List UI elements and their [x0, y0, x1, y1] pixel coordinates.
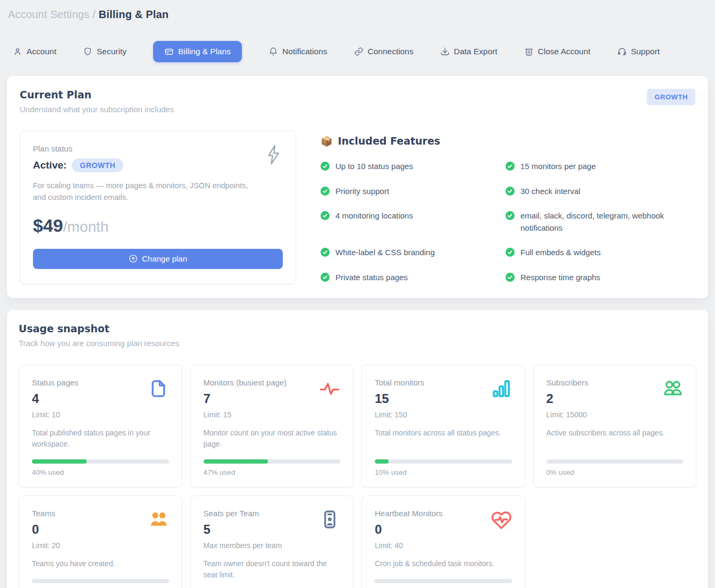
users-outline-icon: [662, 378, 683, 401]
usage-card-description: Total published status pages in your wor…: [32, 427, 169, 450]
tab-notifications[interactable]: Notifications: [268, 47, 327, 56]
usage-card-value: 2: [546, 391, 588, 406]
arrow-up-circle-icon: [129, 254, 138, 263]
included-features: 📦 Included Features Up to 10 status page…: [321, 131, 695, 283]
usage-card-description: Team owner doesn't count toward the seat…: [204, 558, 341, 581]
usage-card-description: Teams you have created.: [32, 558, 169, 569]
progress-label: 40% used: [32, 468, 169, 476]
settings-tabbar: Account Security Billing & Plans Notific…: [0, 41, 715, 62]
feature-item: 4 monitoring locations: [321, 210, 506, 234]
tab-billing-plans[interactable]: Billing & Plans: [153, 41, 242, 62]
usage-card-description: Active subscribers across all pages.: [546, 427, 684, 439]
feature-label: Up to 10 status pages: [335, 161, 413, 173]
usage-card-teams: Teams 0 Limit: 20 Teams you have created…: [19, 495, 182, 588]
feature-label: 15 monitors per page: [520, 161, 596, 173]
tab-account[interactable]: Account: [13, 47, 56, 56]
usage-card-label: Seats per Team: [204, 509, 282, 518]
usage-card-limit: Limit: 20: [32, 541, 60, 550]
usage-card-label: Heartbeat Monitors: [375, 509, 443, 518]
usage-card-total-monitors: Total monitors 15 Limit: 150 Total monit…: [361, 365, 525, 488]
link-icon: [354, 47, 364, 56]
progress-bar: [546, 459, 684, 464]
feature-item: 15 monitors per page: [506, 161, 695, 173]
plan-state: Active:: [33, 159, 66, 171]
usage-card-limit: Limit: 10: [32, 410, 79, 419]
usage-card-value: 0: [375, 522, 443, 537]
usage-card-value: 7: [204, 391, 287, 406]
usage-card-status-pages: Status pages 4 Limit: 10 Total published…: [19, 365, 182, 488]
check-circle-icon: [321, 248, 330, 257]
users-filled-icon: [148, 509, 169, 532]
trash-icon: [524, 47, 534, 56]
change-plan-button[interactable]: Change plan: [33, 249, 283, 269]
feature-label: Response time graphs: [520, 272, 600, 284]
tab-label: Account: [27, 47, 56, 56]
tab-security[interactable]: Security: [83, 47, 127, 56]
feature-item: Priority support: [321, 186, 506, 198]
plan-price: $49: [33, 215, 63, 236]
feature-label: email, slack, discord, telegram, webhook…: [520, 210, 679, 234]
usage-card-limit: Limit: 40: [375, 541, 443, 550]
lightning-icon: [264, 144, 283, 167]
credit-card-icon: [164, 47, 174, 56]
file-icon: [148, 378, 169, 401]
tab-label: Billing & Plans: [178, 47, 231, 56]
progress-label: 0% used: [546, 468, 684, 476]
feature-item: Up to 10 status pages: [321, 161, 506, 173]
headset-icon: [617, 47, 627, 56]
check-circle-icon: [506, 187, 515, 196]
current-plan-panel: Current Plan Understand what your subscr…: [7, 76, 708, 298]
pulse-icon: [319, 378, 340, 401]
id-badge-icon: [319, 509, 340, 532]
check-circle-icon: [506, 162, 515, 171]
page-title: Billing & Plan: [99, 9, 169, 20]
usage-card-limit: Limit: 15000: [546, 410, 588, 419]
usage-card-seats-per-team: Seats per Team 5 Max members per team Te…: [190, 495, 354, 588]
bell-icon: [268, 47, 278, 56]
check-circle-icon: [506, 273, 515, 282]
bar-chart-icon: [491, 378, 512, 401]
current-plan-subtitle: Understand what your subscription includ…: [20, 105, 174, 114]
progress-bar: [375, 459, 512, 464]
tab-connections[interactable]: Connections: [354, 47, 414, 56]
feature-label: Full embeds & widgets: [520, 247, 601, 259]
shield-icon: [83, 47, 92, 56]
feature-label: White-label & CSS branding: [335, 247, 435, 259]
feature-item: White-label & CSS branding: [321, 247, 506, 259]
current-plan-title: Current Plan: [20, 89, 174, 100]
usage-card-label: Subscribers: [546, 378, 588, 387]
plan-state-badge: GROWTH: [72, 158, 123, 172]
progress-label: 47% used: [204, 468, 341, 476]
progress-bar: [204, 459, 341, 464]
plan-description: For scaling teams — more pages & monitor…: [33, 180, 256, 204]
change-plan-label: Change plan: [142, 254, 187, 263]
heart-pulse-icon: [491, 509, 512, 532]
tab-support[interactable]: Support: [617, 47, 660, 56]
feature-item: Private status pages: [321, 272, 506, 284]
check-circle-icon: [321, 187, 330, 196]
usage-card-value: 4: [32, 391, 79, 406]
usage-card-subscribers: Subscribers 2 Limit: 15000 Active subscr…: [533, 365, 697, 488]
progress-bar: [32, 459, 169, 464]
usage-card-label: Status pages: [32, 378, 79, 387]
check-circle-icon: [506, 211, 515, 220]
feature-item: Full embeds & widgets: [506, 247, 695, 259]
usage-card-description: Monitor count on your most active status…: [204, 427, 341, 450]
tab-label: Connections: [368, 47, 414, 56]
tab-close-account[interactable]: Close Account: [524, 47, 591, 56]
features-title: Included Features: [338, 135, 440, 147]
feature-label: Priority support: [335, 186, 389, 198]
tab-label: Notifications: [282, 47, 327, 56]
check-circle-icon: [321, 162, 330, 171]
plan-period: /month: [63, 219, 109, 235]
usage-card-label: Total monitors: [375, 378, 424, 387]
check-circle-icon: [321, 211, 330, 220]
usage-card-value: 5: [204, 522, 282, 537]
check-circle-icon: [321, 273, 330, 282]
tab-data-export[interactable]: Data Export: [440, 47, 498, 56]
feature-label: 4 monitoring locations: [335, 210, 413, 222]
usage-card-monitors-busiest: Monitors (busiest page) 7 Limit: 15 Moni…: [190, 365, 354, 488]
usage-card-description: Total monitors across all status pages.: [375, 427, 512, 439]
usage-snapshot-panel: Usage snapshot Track how you are consumi…: [7, 310, 708, 588]
usage-card-label: Monitors (busiest page): [204, 378, 287, 387]
